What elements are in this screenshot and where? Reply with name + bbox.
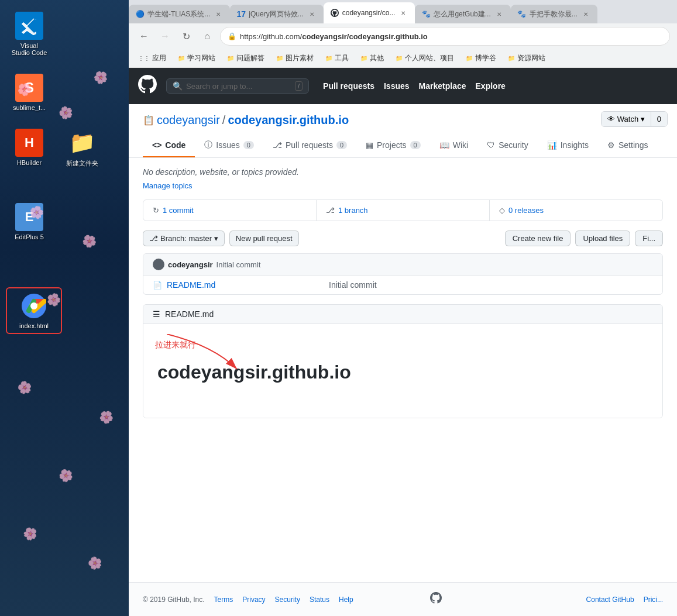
folder-icon-6: 📁 [396,55,403,61]
repo-stats: ↻ 1 commit ⎇ 1 branch ◇ 0 releases [143,199,663,221]
vscode-label: VisualStudio Code [12,42,47,56]
folder-icon-5: 📁 [360,55,367,61]
bookmark-images[interactable]: 📁 图片素材 [274,52,316,64]
commits-stat[interactable]: ↻ 1 commit [143,200,317,221]
repo-separator: / [222,113,226,127]
releases-count: 0 releases [508,206,544,215]
manage-topics-link[interactable]: Manage topics [143,181,663,190]
tab-security[interactable]: 🛡 Security [477,134,538,157]
tab-1-close[interactable]: ✕ [214,9,223,19]
watch-label: Watch ▾ [617,115,645,123]
nav-issues[interactable]: Issues [384,81,410,91]
address-bar[interactable]: 🔒 https://github.com/codeyangsir/codeyan… [220,27,670,46]
home-button[interactable]: ⌂ [199,28,215,44]
bookmark-personal[interactable]: 📁 个人网站、项目 [393,52,456,64]
footer-privacy[interactable]: Privacy [242,596,265,604]
tab-projects[interactable]: ▦ Projects 0 [356,134,430,157]
bookmark-other-label: 其他 [370,53,384,63]
bookmark-qa[interactable]: 📁 问题解答 [225,52,267,64]
branch-left: ⎇ Branch: master ▾ New pull request [143,230,299,246]
tab-2[interactable]: 17 jQuery网页特效... ✕ [230,5,323,23]
branches-stat[interactable]: ⎇ 1 branch [317,200,490,221]
desktop-icon-chrome[interactable]: index.html [11,292,57,329]
tab-4-close[interactable]: ✕ [494,9,504,19]
new-pull-request-btn[interactable]: New pull request [229,230,299,246]
tab-2-title: jQuery网页特效... [249,9,303,19]
file-name[interactable]: README.md [167,280,329,290]
tab-3[interactable]: codeyangsir/co... ✕ [324,2,415,23]
bookmark-study[interactable]: 📁 学习网站 [176,52,218,64]
commit-message: Initial commit [216,260,261,269]
tab-2-favicon: 17 [237,10,245,18]
tab-pull-requests[interactable]: ⎇ Pull requests 0 [263,134,356,157]
desktop-icon-hbuilder[interactable]: H HBuilder [6,129,53,168]
bookmark-resources[interactable]: 📁 资源网站 [506,52,548,64]
settings-icon: ⚙ [607,140,615,150]
footer-security[interactable]: Security [275,596,300,604]
repo-owner-link[interactable]: codeyangsir [157,113,220,127]
nav-marketplace[interactable]: Marketplace [419,81,466,91]
index-html-highlighted[interactable]: index.html [6,287,62,334]
tab-settings[interactable]: ⚙ Settings [598,134,658,157]
branch-selector[interactable]: ⎇ Branch: master ▾ [143,230,225,246]
search-input[interactable] [186,82,291,91]
footer-help[interactable]: Help [339,596,353,604]
releases-stat[interactable]: ◇ 0 releases [490,200,662,221]
watch-btn-main[interactable]: 👁 Watch ▾ [602,112,651,126]
branches-icon: ⎇ [326,206,335,215]
editplus-label: EditPlus 5 [15,233,44,240]
find-file-btn[interactable]: Fi... [635,230,663,246]
bookmark-other[interactable]: 📁 其他 [358,52,386,64]
nav-pull-requests[interactable]: Pull requests [323,81,374,91]
projects-icon: ▦ [366,140,373,150]
tab-wiki[interactable]: 📖 Wiki [430,134,477,157]
tab-2-close[interactable]: ✕ [307,9,317,19]
desktop-icon-sublime[interactable]: S sublime_t... [6,74,53,111]
forward-button[interactable]: → [157,28,173,44]
reload-button[interactable]: ↻ [178,28,194,44]
upload-files-btn[interactable]: Upload files [575,230,630,246]
bookmark-boxy[interactable]: 📁 博学谷 [463,52,499,64]
footer-terms[interactable]: Terms [214,596,233,604]
tab-4[interactable]: 🐾 怎么用getGub建... ✕ [415,5,510,23]
bookmark-images-label: 图片素材 [286,53,314,63]
footer-github-logo [430,592,442,607]
tab-issues[interactable]: ⓘ Issues 0 [195,134,263,157]
repo-header: 📋 codeyangsir / codeyangsir.github.io 👁 … [129,104,677,158]
tab-5-close[interactable]: ✕ [581,9,590,19]
github-footer: © 2019 GitHub, Inc. Terms Privacy Securi… [129,582,677,616]
watch-button[interactable]: 👁 Watch ▾ 0 [601,111,668,127]
github-logo[interactable] [138,75,157,97]
search-icon: 🔍 [173,81,183,91]
readme-header: ☰ README.md [143,305,662,324]
tab-1[interactable]: 🔵 学生端-TLIAS系统... ✕ [129,5,230,23]
folder-icon-7: 📁 [466,55,473,61]
tab-code[interactable]: <> Code [143,134,195,157]
bookmark-apps[interactable]: ⋮⋮ 应用 [136,52,169,64]
tab-3-favicon [331,9,339,17]
desktop-icon-vscode[interactable]: VisualStudio Code [6,12,53,56]
insights-icon: 📊 [547,140,557,150]
sublime-label: sublime_t... [13,104,46,111]
tab-insights[interactable]: 📊 Insights [538,134,598,157]
new-pr-label: New pull request [236,234,293,243]
desktop-icon-new-folder[interactable]: 📁 新建文件夹 [59,129,105,168]
footer-pricing[interactable]: Prici... [644,596,663,604]
apps-icon: ⋮⋮ [138,55,150,61]
github-page: 🔍 / Pull requests Issues Marketplace Exp… [129,68,677,616]
tab-5[interactable]: 🐾 手把手教你最... ✕ [511,5,597,23]
footer-contact[interactable]: Contact GitHub [586,596,634,604]
branches-count: 1 branch [338,206,368,215]
repo-name-link[interactable]: codeyangsir.github.io [228,113,349,127]
github-search[interactable]: 🔍 / [166,78,309,94]
tab-3-close[interactable]: ✕ [398,8,408,18]
wiki-icon: 📖 [439,140,449,150]
bookmark-tools[interactable]: 📁 工具 [323,52,351,64]
footer-status[interactable]: Status [310,596,329,604]
desktop-icon-editplus[interactable]: E EditPlus 5 [6,203,53,240]
back-button[interactable]: ← [136,28,152,44]
pr-icon: ⎇ [273,140,282,150]
create-new-file-btn[interactable]: Create new file [505,230,571,246]
nav-explore[interactable]: Explore [476,81,506,91]
github-header: 🔍 / Pull requests Issues Marketplace Exp… [129,68,677,104]
